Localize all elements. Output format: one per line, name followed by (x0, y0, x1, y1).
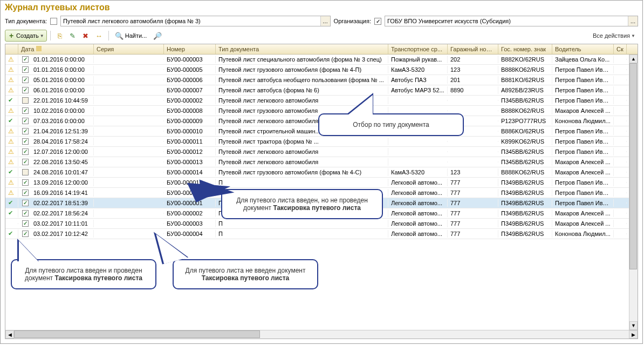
delete-button[interactable]: ✖ (80, 30, 92, 42)
status-cell (5, 65, 18, 74)
driver-cell: Макаров Алексей ... (552, 220, 614, 227)
scroll-track[interactable] (14, 330, 629, 339)
org-filter-select-button[interactable]: … (628, 16, 638, 26)
sk-cell (614, 233, 627, 234)
date-cell: 02.02.2017 18:51:39 (18, 199, 94, 207)
col-vehicle[interactable]: Транспортное ср... (388, 44, 448, 54)
horizontal-scrollbar[interactable]: ◀ ▶ (5, 330, 638, 339)
table-row[interactable]: 01.01.2016 0:00:00БУ00-000003Путевой лис… (5, 55, 638, 65)
col-driver[interactable]: Водитель (552, 44, 614, 54)
table-row[interactable]: 13.09.2016 12:00:00БУ00-000015ПЛегковой … (5, 178, 638, 188)
series-cell (94, 59, 164, 60)
plus-icon: + (8, 32, 15, 39)
col-date[interactable]: Дата (18, 44, 94, 54)
status-cell (5, 55, 18, 64)
all-actions-button[interactable]: Все действия ▼ (590, 30, 638, 42)
vehicle-cell: Легковой автомо... (388, 209, 448, 217)
garage-cell: 777 (448, 209, 498, 217)
dropdown-icon: ▼ (631, 33, 635, 38)
vehicle-cell: Легковой автомо... (388, 189, 448, 197)
series-cell (94, 120, 164, 121)
status-cell (5, 168, 18, 177)
sk-cell (614, 213, 627, 214)
doctype-cell: Путевой лист грузового автомобиля (форма… (216, 66, 388, 73)
plate-cell: B888KO62/RUS (498, 168, 552, 176)
spreadsheet-button[interactable]: 🔎 (150, 30, 165, 42)
garage-cell (448, 161, 498, 163)
table-row[interactable]: 28.04.2016 17:58:24БУ00-000011Путевой ли… (5, 137, 638, 147)
garage-cell: 201 (448, 76, 498, 84)
doctype-cell: Путевой лист трактора (форма № ... (216, 138, 388, 145)
scroll-track[interactable] (629, 63, 638, 321)
col-doctype[interactable]: Тип документа (216, 44, 388, 54)
doctype-cell: Путевой лист легкового автомобиля (216, 158, 388, 166)
edit-button[interactable]: ✎ (67, 30, 79, 42)
doc-status-icon (22, 107, 29, 114)
find-button[interactable]: 🔍 Найти... (112, 30, 150, 42)
sk-cell (614, 172, 627, 173)
table-row[interactable]: 03.02.2017 10:12:42БУ00-000004ПЛегковой … (5, 229, 638, 239)
doctype-filter-label: Тип документа: (5, 18, 47, 24)
col-plate[interactable]: Гос. номер. знак (498, 44, 552, 54)
date-cell: 01.01.2016 0:00:00 (18, 66, 94, 73)
number-cell: БУ00-000005 (164, 66, 216, 73)
doc-status-icon (22, 77, 29, 83)
garage-cell (448, 100, 498, 101)
refresh-button[interactable]: ↔ (93, 30, 105, 42)
doctype-cell: Путевой лист грузового автомобиля (форма… (216, 168, 388, 176)
number-cell: БУ00-000003 (164, 220, 216, 227)
status-cell (5, 117, 18, 125)
scroll-thumb[interactable] (629, 63, 637, 269)
sk-cell (614, 192, 627, 193)
sk-cell (614, 141, 627, 142)
doc-status-icon (22, 97, 29, 104)
create-button[interactable]: + Создать ▼ (5, 30, 47, 42)
plate-cell: П345BB/62RUS (498, 158, 552, 166)
table-row[interactable]: 22.08.2016 13:50:45БУ00-000013Путевой ли… (5, 157, 638, 167)
sort-icon (36, 46, 42, 51)
col-sk[interactable]: Ск (614, 44, 627, 54)
table-row[interactable]: 05.01.2016 0:00:00БУ00-000006Путевой лис… (5, 75, 638, 85)
garage-cell: 777 (448, 220, 498, 227)
table-row[interactable]: 12.07.2016 12:00:00БУ00-000012Путевой ли… (5, 147, 638, 157)
table-row[interactable]: 06.01.2016 0:00:00БУ00-000007Путевой лис… (5, 85, 638, 96)
vertical-scrollbar[interactable]: ▲ ▼ (629, 55, 638, 330)
table-row[interactable]: 01.01.2016 0:00:00БУ00-000005Путевой лис… (5, 65, 638, 75)
org-filter-input[interactable]: ГОБУ ВПО Университет искусств (Субсидия)… (385, 16, 638, 26)
plate-cell: B888KO62/RUS (498, 107, 552, 114)
doctype-filter-checkbox[interactable] (50, 18, 57, 25)
series-cell (94, 90, 164, 91)
check-icon (8, 230, 15, 238)
check-icon (8, 97, 15, 104)
col-number[interactable]: Номер (164, 44, 216, 54)
org-filter-label: Организация: (334, 18, 371, 24)
copy-button[interactable]: ⎘ (54, 30, 66, 42)
sk-cell (614, 59, 627, 60)
scroll-left-arrow[interactable]: ◀ (5, 330, 14, 339)
org-filter-checkbox[interactable] (374, 18, 381, 25)
scroll-up-arrow[interactable]: ▲ (629, 55, 638, 63)
doc-status-icon (22, 210, 29, 217)
doctype-filter-select-button[interactable]: … (320, 16, 330, 26)
col-garage[interactable]: Гаражный номер (448, 44, 498, 54)
doc-status-icon (22, 138, 29, 145)
number-cell: БУ00-000007 (164, 86, 216, 94)
scroll-down-arrow[interactable]: ▼ (629, 321, 638, 330)
scroll-thumb[interactable] (14, 330, 260, 338)
cancel-search-icon: 🔎 (153, 32, 162, 40)
series-cell (94, 79, 164, 80)
table-row[interactable]: 03.02.2017 10:11:01БУ00-000003ПЛегковой … (5, 219, 638, 229)
plate-cell: B881KO/62RUS (498, 76, 552, 84)
col-series[interactable]: Серия (94, 44, 164, 54)
doctype-filter-input[interactable]: Путевой лист легкового автомобиля (форма… (60, 16, 331, 26)
plate-cell: K899KO62/RUS (498, 138, 552, 145)
create-label: Создать (16, 32, 39, 39)
doc-status-icon (22, 190, 29, 196)
table-row[interactable]: 24.08.2016 10:01:47БУ00-000014Путевой ли… (5, 167, 638, 178)
col-status[interactable] (5, 44, 18, 54)
series-cell (94, 202, 164, 204)
warning-icon (8, 86, 15, 94)
doc-status-icon (22, 159, 29, 165)
table-row[interactable]: 22.01.2016 10:44:59БУ00-000002Путевой ли… (5, 96, 638, 106)
scroll-right-arrow[interactable]: ▶ (629, 330, 638, 339)
